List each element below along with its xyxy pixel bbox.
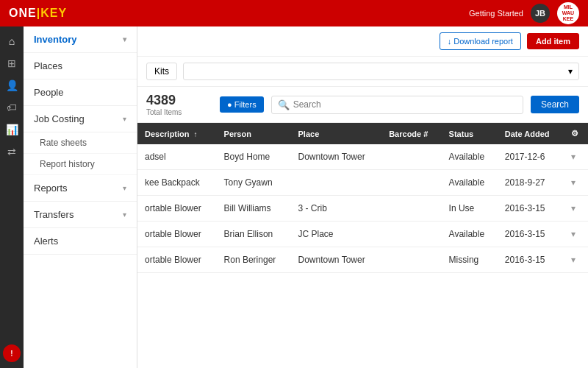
cell-expand[interactable]: ▾ <box>564 144 588 170</box>
search-button[interactable]: Search <box>531 96 579 113</box>
cell-expand[interactable]: ▾ <box>564 170 588 196</box>
table-settings-icon[interactable]: ⚙ <box>571 129 578 138</box>
nav-item-people[interactable]: People <box>24 79 137 106</box>
nav-item-transfers-label: Transfers <box>34 209 74 220</box>
sidebar-icon-alert[interactable]: ! <box>3 344 21 362</box>
cell-date: 2018-9-27 <box>498 170 564 196</box>
cell-person: Boyd Home <box>217 144 291 170</box>
search-input-wrap: 🔍 <box>271 96 523 114</box>
content-toolbar: ↓ Download report Add item <box>137 26 588 57</box>
total-items: 4389 Total Items <box>146 93 212 116</box>
logo-key: |KEY <box>37 7 67 19</box>
cell-barcode <box>381 196 441 222</box>
category-dropdown[interactable]: ▾ <box>183 63 579 80</box>
cell-place: Downtown Tower <box>291 247 382 273</box>
nav-sub-reporthistory[interactable]: Report history <box>24 154 137 175</box>
table-row: adsel Boyd Home Downtown Tower Available… <box>137 144 588 170</box>
top-header: ONE|KEY Getting Started JB MILWAUKEE <box>0 0 588 26</box>
table-row: ortable Blower Bill Williams 3 - Crib In… <box>137 196 588 222</box>
app-logo: ONE|KEY <box>9 7 67 20</box>
cell-barcode <box>381 222 441 247</box>
filter-row: Kits ▾ <box>137 57 588 87</box>
getting-started-link[interactable]: Getting Started <box>469 9 523 18</box>
inventory-table: Description ↑ Person Place Barcode # Sta… <box>137 123 588 273</box>
nav-item-inventory[interactable]: Inventory ▾ <box>24 26 137 53</box>
sidebar-icon-grid[interactable]: ⊞ <box>3 54 21 72</box>
sidebar-icon-tag[interactable]: 🏷 <box>3 99 21 116</box>
row-expand-icon[interactable]: ▾ <box>571 255 576 265</box>
col-person: Person <box>217 123 291 144</box>
nav-item-transfers[interactable]: Transfers ▾ <box>24 202 137 228</box>
sidebar-icon-chart[interactable]: 📊 <box>3 121 21 138</box>
kits-button[interactable]: Kits <box>146 63 177 80</box>
col-place: Place <box>291 123 382 144</box>
col-date-added: Date Added <box>498 123 564 144</box>
add-item-button[interactable]: Add item <box>527 33 579 49</box>
nav-item-inventory-label: Inventory <box>34 34 77 45</box>
inventory-table-wrap: Description ↑ Person Place Barcode # Sta… <box>137 123 588 368</box>
cell-place <box>291 170 382 196</box>
cell-person: Brian Ellison <box>217 222 291 247</box>
search-icon: 🔍 <box>278 99 290 110</box>
cell-barcode <box>381 170 441 196</box>
cell-description: ortable Blower <box>137 247 217 273</box>
sidebar-icon-home[interactable]: ⌂ <box>3 32 21 50</box>
cell-barcode <box>381 247 441 273</box>
cell-description: adsel <box>137 144 217 170</box>
main-content: ↓ Download report Add item Kits ▾ 4389 T… <box>137 26 588 368</box>
total-items-label: Total Items <box>146 108 212 116</box>
total-items-number: 4389 <box>146 93 212 108</box>
cell-person: Tony Gyawn <box>217 170 291 196</box>
nav-item-jobcosting-label: Job Costing <box>34 113 85 124</box>
cell-expand[interactable]: ▾ <box>564 196 588 222</box>
cell-description: ortable Blower <box>137 222 217 247</box>
left-nav: Inventory ▾ Places People Job Costing ▾ … <box>24 26 137 368</box>
nav-item-people-label: People <box>34 87 63 98</box>
nav-item-jobcosting[interactable]: Job Costing ▾ <box>24 106 137 132</box>
sidebar-icons: ⌂ ⊞ 👤 🏷 📊 ⇄ ! <box>0 26 24 368</box>
table-header-row: Description ↑ Person Place Barcode # Sta… <box>137 123 588 144</box>
chevron-down-icon-3: ▾ <box>123 184 126 192</box>
search-input[interactable] <box>293 99 517 110</box>
cell-date: 2016-3-15 <box>498 247 564 273</box>
sidebar-icon-transfer[interactable]: ⇄ <box>3 143 21 160</box>
cell-expand[interactable]: ▾ <box>564 247 588 273</box>
row-expand-icon[interactable]: ▾ <box>571 203 576 213</box>
col-settings[interactable]: ⚙ <box>564 123 588 144</box>
row-expand-icon[interactable]: ▾ <box>571 152 576 162</box>
download-report-button[interactable]: ↓ Download report <box>440 32 521 50</box>
cell-place: JC Place <box>291 222 382 247</box>
cell-date: 2016-3-15 <box>498 222 564 247</box>
cell-place: 3 - Crib <box>291 196 382 222</box>
chevron-down-icon-5: ▾ <box>568 66 573 77</box>
cell-status: Available <box>442 144 498 170</box>
search-bar: 4389 Total Items ● Filters 🔍 Search <box>137 87 588 123</box>
row-expand-icon[interactable]: ▾ <box>571 229 576 239</box>
filters-button[interactable]: ● Filters <box>220 96 264 113</box>
nav-item-alerts[interactable]: Alerts <box>24 228 137 255</box>
cell-expand[interactable]: ▾ <box>564 222 588 247</box>
cell-status: In Use <box>442 196 498 222</box>
cell-barcode <box>381 144 441 170</box>
nav-item-reports-label: Reports <box>34 183 68 194</box>
sidebar-icon-person[interactable]: 👤 <box>3 77 21 94</box>
chevron-down-icon-2: ▾ <box>123 115 126 123</box>
nav-item-places[interactable]: Places <box>24 53 137 79</box>
nav-item-places-label: Places <box>34 60 62 71</box>
table-row: ortable Blower Brian Ellison JC Place Av… <box>137 222 588 247</box>
nav-item-reports[interactable]: Reports ▾ <box>24 175 137 202</box>
cell-status: Missing <box>442 247 498 273</box>
nav-sub-ratesheets[interactable]: Rate sheets <box>24 132 137 154</box>
cell-description: ortable Blower <box>137 196 217 222</box>
cell-person: Bill Williams <box>217 196 291 222</box>
brand-logo: MILWAUKEE <box>557 2 579 24</box>
col-description[interactable]: Description ↑ <box>137 123 217 144</box>
table-row: ortable Blower Ron Beringer Downtown Tow… <box>137 247 588 273</box>
table-body: adsel Boyd Home Downtown Tower Available… <box>137 144 588 273</box>
user-avatar[interactable]: JB <box>531 4 550 23</box>
row-expand-icon[interactable]: ▾ <box>571 177 576 188</box>
cell-place: Downtown Tower <box>291 144 382 170</box>
header-right: Getting Started JB MILWAUKEE <box>469 2 579 24</box>
cell-person: Ron Beringer <box>217 247 291 273</box>
chevron-down-icon: ▾ <box>123 35 126 43</box>
